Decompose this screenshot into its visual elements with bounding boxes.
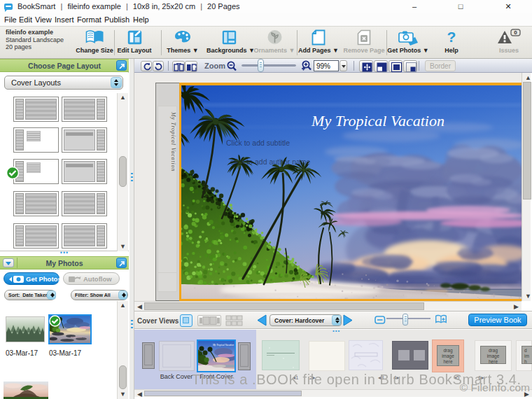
svg-text:My Tropical Vacation: My Tropical Vacation bbox=[212, 344, 234, 346]
svg-text:0: 0 bbox=[514, 29, 517, 36]
